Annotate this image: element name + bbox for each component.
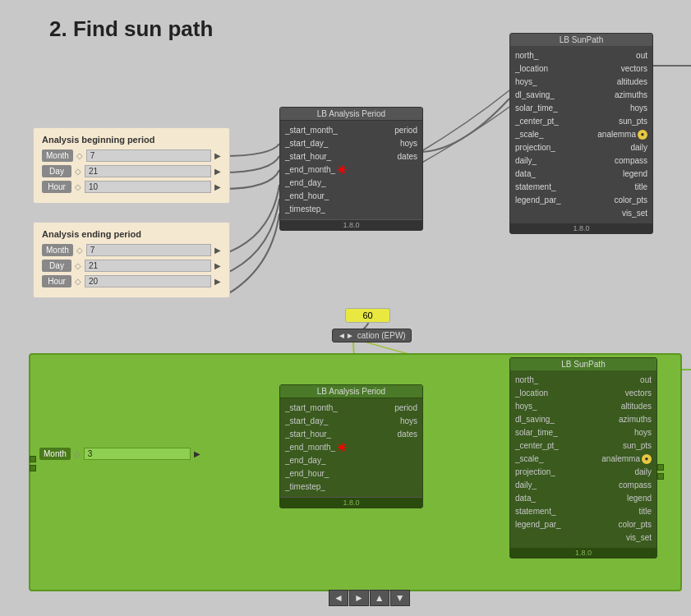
analysis-ending-panel: Analysis ending period Month ◇ 7 ▶ Day ◇… (33, 222, 230, 298)
month-value-2[interactable]: 7 (86, 244, 211, 256)
port-dates-2: dates (391, 428, 421, 441)
day-value-1[interactable]: 21 (85, 165, 211, 177)
sp1-sunpts: sun_pts (594, 115, 651, 128)
green-month-diamond: ◇ (74, 449, 81, 458)
day-row-1: Day ◇ 21 ▶ (42, 165, 221, 177)
sp2-dlsaving: dl_saving_ (512, 413, 564, 426)
error-1: ✳ (337, 164, 347, 176)
sp2-visset: vis_set (598, 531, 655, 545)
analysis-ending-title: Analysis ending period (42, 229, 221, 239)
port-period-1: period (391, 124, 421, 137)
sp2-title: title (598, 505, 655, 518)
hour-arrow-2: ▶ (214, 277, 221, 286)
sp1-location: _location (512, 62, 564, 76)
port-timestep-1: _timestep_ (282, 203, 350, 216)
port-timestep-2: _timestep_ (282, 480, 350, 494)
month-row-2: Month ◇ 7 ▶ (42, 244, 221, 256)
port-end-month-1: _end_month_ ✳ (282, 163, 350, 177)
green-connector-r1[interactable] (657, 464, 664, 471)
day-value-2[interactable]: 21 (85, 260, 211, 272)
sp1-legendpar: legend_par_ (512, 194, 564, 207)
sunpath-title-1: LB SunPath (510, 34, 652, 46)
sp1-daily2: daily (594, 141, 651, 154)
hour-arrow-1: ▶ (214, 182, 221, 191)
sp1-dlsaving: dl_saving_ (512, 89, 564, 102)
sp1-altitudes: altitudes (594, 76, 651, 89)
hour-value-2[interactable]: 20 (85, 275, 211, 287)
sp1-hoys: hoys (594, 102, 651, 115)
lb-analysis-title-2: LB Analysis Period (280, 385, 422, 398)
month-arrow-2: ▶ (214, 246, 221, 255)
sp1-visset: vis_set (594, 207, 651, 220)
lb-analysis-period-1[interactable]: LB Analysis Period _start_month_ _start_… (279, 107, 423, 231)
sp1-azimuths: azimuths (594, 89, 651, 102)
month-value-1[interactable]: 7 (86, 149, 211, 162)
month-label-1: Month (42, 149, 73, 162)
hour-label-1: Hour (42, 181, 71, 193)
green-month-arrow: ▶ (194, 449, 200, 458)
port-start-month-2: _start_month_ (282, 402, 350, 415)
port-start-day-2: _start_day_ (282, 415, 350, 428)
month-arrow-1: ▶ (214, 151, 221, 160)
nav-prev[interactable]: ◄ (329, 590, 348, 606)
lb-sunpath-2[interactable]: LB SunPath north_ _location hoys_ dl_sav… (509, 357, 657, 559)
green-connector-r2[interactable] (657, 473, 664, 480)
sp2-analemma: analemma ● (598, 453, 655, 466)
sp2-location: _location (512, 387, 564, 400)
epw-label: cation (EPW) (357, 331, 406, 340)
analysis-beginning-title: Analysis beginning period (42, 135, 221, 145)
number-60-pill[interactable]: 60 (345, 308, 390, 323)
epw-pill[interactable]: ◄► cation (EPW) (332, 329, 412, 342)
nav-next[interactable]: ► (349, 590, 369, 606)
nav-buttons[interactable]: ◄ ► ▲ ▼ (329, 590, 410, 606)
port-hoys-2: hoys (391, 415, 421, 428)
port-start-day-1: _start_day_ (282, 137, 350, 150)
sp2-daily: daily_ (512, 479, 564, 492)
sp2-altitudes: altitudes (598, 400, 655, 413)
day-arrow-2: ▶ (214, 261, 221, 270)
port-end-day-1: _end_day_ (282, 177, 350, 190)
sp2-north: north_ (512, 374, 564, 387)
sp1-statement: statement_ (512, 181, 564, 194)
hour-value-1[interactable]: 10 (85, 181, 211, 193)
port-start-hour-1: _start_hour_ (282, 150, 350, 163)
port-period-2: period (391, 402, 421, 415)
green-month-label: Month (39, 448, 71, 460)
sp2-colorpts: color_pts (598, 518, 655, 531)
green-connector-2[interactable] (30, 465, 36, 471)
sp2-scale: _scale_ (512, 453, 564, 466)
lb-analysis-title-1: LB Analysis Period (280, 108, 422, 121)
day-label-1: Day (42, 165, 71, 177)
green-month-value[interactable]: 3 (84, 448, 191, 460)
month-diamond-2: ◇ (76, 246, 83, 255)
sp2-azimuths: azimuths (598, 413, 655, 426)
sp1-north: north_ (512, 49, 564, 62)
sp1-analemma: analemma ● (594, 128, 651, 141)
sp1-centerpt: _center_pt_ (512, 115, 564, 128)
sp2-solartime: solar_time_ (512, 426, 564, 439)
sp2-hoys: hoys_ (512, 400, 564, 413)
nav-down[interactable]: ▼ (390, 590, 410, 606)
hour-row-2: Hour ◇ 20 ▶ (42, 275, 221, 287)
nav-up[interactable]: ▲ (370, 590, 389, 606)
day-row-2: Day ◇ 21 ▶ (42, 260, 221, 272)
hour-label-2: Hour (42, 275, 71, 287)
green-connector-1[interactable] (30, 456, 36, 462)
analysis-beginning-panel: Analysis beginning period Month ◇ 7 ▶ Da… (33, 127, 230, 204)
sp2-hoys: hoys (598, 426, 655, 439)
port-dates-1: dates (391, 150, 421, 163)
sp2-out: out (598, 374, 655, 387)
day-diamond-2: ◇ (75, 261, 81, 270)
lb-sunpath-1[interactable]: LB SunPath north_ _location hoys_ dl_sav… (509, 33, 653, 234)
hour-diamond-2: ◇ (75, 277, 81, 286)
sp2-data: data_ (512, 492, 564, 505)
sp2-sunpts: sun_pts (598, 439, 655, 453)
sp2-statement: statement_ (512, 505, 564, 518)
port-start-hour-2: _start_hour_ (282, 428, 350, 441)
lb-analysis-period-2[interactable]: LB Analysis Period _start_month_ _start_… (279, 384, 423, 508)
sp1-vectors: vectors (594, 62, 651, 76)
lb-analysis-version-2: 1.8.0 (280, 497, 422, 508)
port-hoys-1: hoys (391, 137, 421, 150)
port-end-hour-2: _end_hour_ (282, 467, 350, 480)
port-end-month-2: _end_month_ ✳ (282, 441, 350, 454)
